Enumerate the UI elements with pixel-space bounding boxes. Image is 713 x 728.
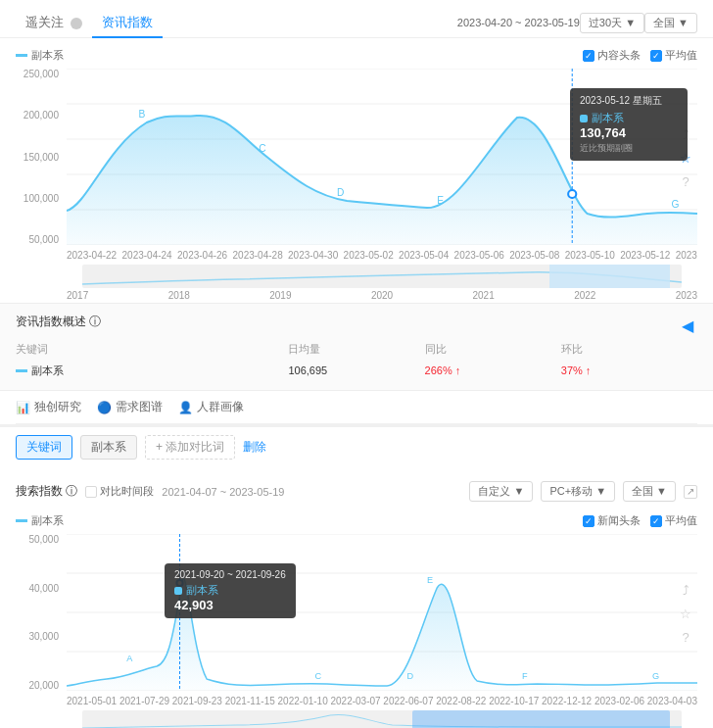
person-icon: 👤 xyxy=(178,401,193,414)
avg-toggle[interactable]: ✓ 平均值 xyxy=(650,48,697,63)
svg-text:G: G xyxy=(652,671,659,681)
platform-select[interactable]: PC+移动 ▼ xyxy=(541,481,615,502)
y-axis-label: 150,000 xyxy=(16,152,59,163)
help-icon[interactable]: ? xyxy=(676,172,695,192)
y-axis-label: 250,000 xyxy=(16,69,59,79)
col-daily: 日均量 xyxy=(288,338,424,361)
col-mom: 环比 xyxy=(561,338,697,361)
compare-checkbox xyxy=(85,486,97,498)
series-color-box xyxy=(16,54,27,57)
external-link-icon[interactable]: ↗ xyxy=(684,485,697,499)
share2-icon[interactable]: ⤴ xyxy=(676,581,695,601)
svg-point-19 xyxy=(176,580,182,586)
star-icon[interactable]: ☆ xyxy=(676,149,695,169)
y2-axis: 40,000 xyxy=(16,583,59,594)
y-axis-label: 50,000 xyxy=(16,234,59,245)
col-yoy: 同比 xyxy=(425,338,561,361)
header-date-range: 2023-04-20 ~ 2023-05-19 xyxy=(457,17,580,28)
chart2-svg: A C D E F G xyxy=(67,534,697,691)
compare-toggle[interactable]: 对比时间段 xyxy=(85,484,154,499)
keyword-neutral-btn[interactable]: 副本系 xyxy=(80,435,137,460)
search-section: 搜索指数 ⓘ 对比时间段 2021-04-07 ~ 2023-05-19 自定义… xyxy=(0,475,713,706)
chart2-xaxis: 2021-05-01 2021-07-29 2021-09-23 2021-11… xyxy=(67,696,697,706)
chart2-actions: ⤴ ☆ ? xyxy=(676,581,695,648)
chart2-overview: 2017 2012 2013 2014 2015 2016 2018 2019 … xyxy=(67,710,697,728)
clear-keyword-btn[interactable]: 删除 xyxy=(243,435,266,460)
period-select[interactable]: 过30天 ▼ xyxy=(580,13,644,33)
svg-text:A: A xyxy=(126,654,133,663)
avg2-checkbox: ✓ xyxy=(650,515,662,527)
stats-daily: 106,695 xyxy=(288,361,424,380)
chart2-series-color xyxy=(16,519,27,522)
stats-grid: 关键词 日均量 同比 环比 xyxy=(16,338,697,361)
y2-axis: 20,000 xyxy=(16,680,59,691)
custom-select[interactable]: 自定义 ▼ xyxy=(469,481,533,502)
checkbox-icon: ✓ xyxy=(583,50,594,62)
svg-text:E: E xyxy=(437,195,444,206)
svg-text:B: B xyxy=(139,109,146,120)
share-icon[interactable]: ⤴ xyxy=(676,125,695,145)
keyword-color xyxy=(16,369,27,372)
chart1-overview-labels: 2017 2018 2019 2020 2021 2022 2023 xyxy=(67,288,697,303)
stats-section: 资讯指数概述 ⓘ ◀ 关键词 日均量 同比 环比 副本系 106,695 266… xyxy=(0,303,713,390)
region-select[interactable]: 全国 ▼ xyxy=(644,13,697,33)
content-headline-toggle[interactable]: ✓ 内容头条 xyxy=(583,48,641,63)
sub-tab-portrait[interactable]: 👤 人群画像 xyxy=(178,399,244,415)
tab-attention[interactable]: 遥关注 xyxy=(16,8,92,37)
chart2-region-select[interactable]: 全国 ▼ xyxy=(623,481,676,502)
svg-text:G: G xyxy=(671,199,679,210)
chart1-xaxis: 2023-04-22 2023-04-24 2023-04-26 2023-04… xyxy=(67,250,697,261)
sub-tab-demand[interactable]: 🔵 需求图谱 xyxy=(97,399,163,415)
y2-axis: 30,000 xyxy=(16,631,59,642)
help2-icon[interactable]: ? xyxy=(676,628,695,648)
stats-row: 副本系 106,695 266% ↑ 37% ↑ xyxy=(16,361,697,380)
stats-title: 资讯指数概述 ⓘ xyxy=(16,314,101,330)
y-axis-label: 200,000 xyxy=(16,110,59,121)
svg-text:C: C xyxy=(315,671,322,681)
keywords-section: 关键词 副本系 + 添加对比词 删除 xyxy=(0,424,713,475)
stats-yoy: 266% ↑ xyxy=(425,361,561,380)
sub-tab-research[interactable]: 📊 独创研究 xyxy=(16,399,81,415)
avg2-toggle[interactable]: ✓ 平均值 xyxy=(650,513,697,528)
main-tabs: 遥关注 资讯指数 2023-04-20 ~ 2023-05-19 过30天 ▼ … xyxy=(0,0,713,38)
chart1-overview: 2017 2018 2019 2020 2021 2022 2023 xyxy=(67,265,697,303)
y-axis-label: 100,000 xyxy=(16,193,59,204)
chart1-container: 250,000 200,000 150,000 100,000 50,000 xyxy=(0,69,713,261)
add-keyword-btn[interactable]: + 添加对比词 xyxy=(145,435,235,460)
svg-text:D: D xyxy=(337,187,344,198)
star2-icon[interactable]: ☆ xyxy=(676,605,695,624)
svg-point-7 xyxy=(568,190,576,198)
chart2-area: 50,000 40,000 30,000 20,000 xyxy=(16,534,697,694)
stats-keyword: 副本系 xyxy=(16,364,288,378)
tab-news-index[interactable]: 资讯指数 xyxy=(92,8,163,37)
circle-icon: 🔵 xyxy=(97,401,112,414)
chart-icon: 📊 xyxy=(16,401,30,414)
svg-text:F: F xyxy=(522,671,528,681)
chart1-legend: 副本系 xyxy=(16,44,64,67)
chart1-actions: ⤴ ☆ ? xyxy=(676,125,695,192)
sub-tabs: 📊 独创研究 🔵 需求图谱 👤 人群画像 xyxy=(0,390,713,423)
keyword-tags-row: 关键词 副本系 + 添加对比词 删除 xyxy=(16,435,697,460)
news-checkbox: ✓ xyxy=(583,515,594,527)
checkbox-icon2: ✓ xyxy=(650,50,662,62)
chart2-date-range: 2021-04-07 ~ 2023-05-19 xyxy=(162,486,284,498)
search-header: 搜索指数 ⓘ 对比时间段 2021-04-07 ~ 2023-05-19 自定义… xyxy=(16,475,697,508)
svg-text:D: D xyxy=(407,671,414,681)
stats-mom: 37% ↑ xyxy=(561,361,697,380)
chart1-svg: B C D E G xyxy=(67,69,697,245)
search-title: 搜索指数 ⓘ xyxy=(16,483,77,500)
chart2-legend: 副本系 xyxy=(16,510,64,532)
stats-expand-icon[interactable]: ◀ xyxy=(678,316,697,336)
y2-axis: 50,000 xyxy=(16,534,59,545)
keyword-active-btn[interactable]: 关键词 xyxy=(16,435,72,460)
news-headline-toggle[interactable]: ✓ 新闻头条 xyxy=(583,513,641,528)
col-keyword: 关键词 xyxy=(16,338,288,361)
info-icon xyxy=(71,18,82,29)
search-controls: 自定义 ▼ PC+移动 ▼ 全国 ▼ ↗ xyxy=(469,481,697,502)
svg-text:E: E xyxy=(427,575,433,585)
svg-text:C: C xyxy=(259,143,265,154)
